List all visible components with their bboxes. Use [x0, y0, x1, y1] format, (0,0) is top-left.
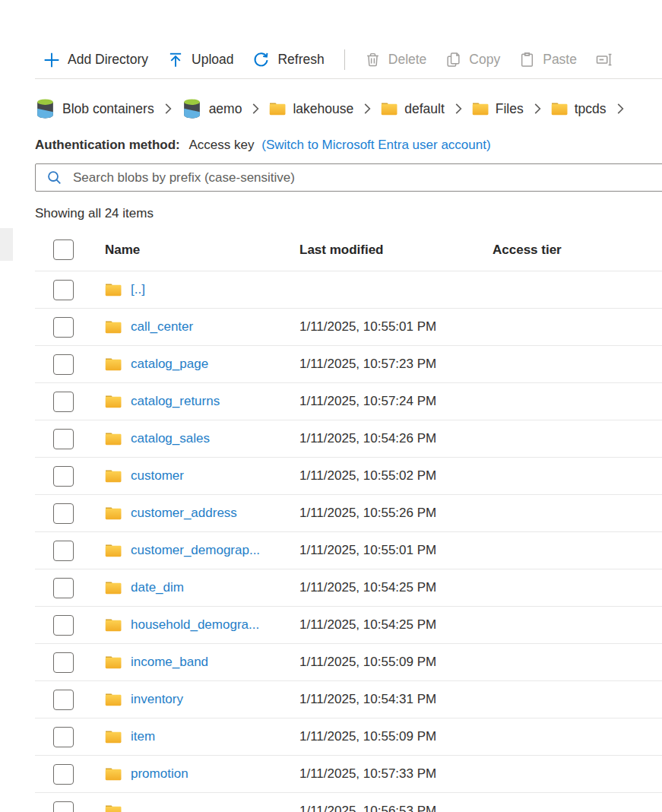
folder-icon: [105, 395, 122, 408]
blob-name-link[interactable]: customer_demograp...: [131, 543, 260, 558]
folder-icon: [105, 283, 122, 297]
chevron-right-icon: [531, 103, 543, 115]
breadcrumb-item-files[interactable]: Files: [472, 101, 524, 117]
folder-icon: [105, 357, 122, 371]
toolbar-divider: [344, 49, 345, 70]
collapsed-panel-handle[interactable]: [0, 228, 13, 261]
last-modified-value: 1/11/2025, 10:57:33 PM: [299, 766, 493, 782]
breadcrumb-label: tpcds: [575, 101, 607, 117]
table-row: call_center1/11/2025, 10:55:01 PM: [35, 309, 662, 346]
last-modified-value: 1/11/2025, 10:54:31 PM: [299, 692, 493, 707]
last-modified-value: 1/11/2025, 10:57:24 PM: [299, 394, 493, 409]
last-modified-value: 1/11/2025, 10:55:01 PM: [299, 319, 493, 335]
table-row: promotion1/11/2025, 10:57:33 PM: [35, 756, 662, 793]
last-modified-value: 1/11/2025, 10:54:26 PM: [299, 431, 493, 446]
copy-button[interactable]: Copy: [445, 52, 500, 68]
table-row: customer_address1/11/2025, 10:55:26 PM: [35, 495, 662, 532]
breadcrumb: Blob containersaemolakehousedefaultFiles…: [35, 97, 662, 121]
breadcrumb-item-blob-containers[interactable]: Blob containers: [35, 98, 154, 119]
row-checkbox[interactable]: [53, 690, 74, 710]
auth-method-label: Authentication method:: [35, 138, 180, 152]
blob-name-link[interactable]: household_demogra...: [131, 617, 259, 633]
breadcrumb-item-lakehouse[interactable]: lakehouse: [269, 101, 353, 117]
folder-icon: [472, 102, 489, 116]
refresh-button[interactable]: Refresh: [252, 51, 324, 68]
row-checkbox[interactable]: [53, 764, 74, 785]
table-row: [..]: [35, 271, 662, 309]
add-directory-label: Add Directory: [68, 52, 148, 68]
last-modified-value: 1/11/2025, 10:54:25 PM: [299, 580, 493, 595]
blob-name-link[interactable]: call_center: [131, 319, 193, 335]
table-row: catalog_page1/11/2025, 10:57:23 PM: [35, 346, 662, 383]
auth-method-value: Access key: [189, 138, 255, 152]
row-checkbox[interactable]: [53, 429, 74, 449]
blob-name-link[interactable]: catalog_sales: [131, 431, 210, 446]
column-header-access-tier: Access tier: [493, 243, 662, 258]
upload-button[interactable]: Upload: [167, 52, 233, 68]
column-header-name: Name: [105, 243, 299, 258]
breadcrumb-label: default: [404, 101, 445, 117]
row-checkbox[interactable]: [53, 466, 74, 487]
breadcrumb-item-aemo[interactable]: aemo: [182, 98, 242, 119]
chevron-right-icon: [614, 103, 626, 115]
row-checkbox[interactable]: [53, 392, 74, 412]
rename-button[interactable]: [596, 52, 613, 68]
row-checkbox[interactable]: [53, 541, 74, 561]
delete-label: Delete: [388, 52, 427, 68]
search-box: [35, 163, 662, 192]
table-row: catalog_sales1/11/2025, 10:54:26 PM: [35, 420, 662, 458]
last-modified-value: 1/11/2025, 10:55:02 PM: [299, 468, 493, 484]
breadcrumb-item-tpcds[interactable]: tpcds: [551, 101, 607, 117]
row-checkbox[interactable]: [53, 615, 74, 636]
table-row: household_demogra...1/11/2025, 10:54:25 …: [35, 607, 662, 644]
last-modified-value: 1/11/2025, 10:55:01 PM: [299, 543, 493, 558]
table-row: date_dim1/11/2025, 10:54:25 PM: [35, 569, 662, 607]
row-checkbox[interactable]: [53, 801, 74, 812]
table-header-row: Name Last modified Access tier: [35, 229, 662, 271]
delete-button[interactable]: Delete: [365, 52, 427, 68]
blob-name-link[interactable]: customer_address: [131, 506, 237, 521]
blob-name-link[interactable]: promotion: [131, 766, 188, 782]
item-count-status: Showing all 24 items: [35, 206, 662, 221]
blob-name-link[interactable]: item: [131, 729, 155, 744]
row-checkbox[interactable]: [53, 317, 74, 338]
blob-name-link[interactable]: customer: [131, 468, 184, 484]
blob-name-link[interactable]: catalog_page: [131, 357, 208, 372]
blob-name-link[interactable]: inventory: [131, 692, 183, 707]
breadcrumb-item-default[interactable]: default: [381, 101, 445, 117]
table-row: customer1/11/2025, 10:55:02 PM: [35, 458, 662, 495]
switch-auth-link[interactable]: (Switch to Microsoft Entra user account): [261, 138, 490, 152]
row-checkbox[interactable]: [53, 652, 74, 673]
folder-icon: [105, 320, 122, 334]
chevron-right-icon: [162, 103, 174, 115]
row-checkbox[interactable]: [53, 280, 74, 300]
chevron-right-icon: [361, 103, 373, 115]
toolbar: Add DirectoryUploadRefreshDeleteCopyPast…: [35, 46, 662, 79]
row-checkbox[interactable]: [53, 727, 74, 747]
blob-name-link[interactable]: [..]: [131, 282, 145, 297]
breadcrumb-label: Blob containers: [62, 101, 154, 117]
breadcrumb-label: Files: [496, 101, 524, 117]
column-header-last-modified: Last modified: [299, 243, 493, 258]
last-modified-value: 1/11/2025, 10:54:25 PM: [299, 617, 493, 633]
last-modified-value: 1/11/2025, 10:55:09 PM: [299, 729, 493, 744]
upload-label: Upload: [192, 52, 233, 68]
add-directory-button[interactable]: Add Directory: [43, 52, 148, 68]
folder-icon: [269, 102, 286, 116]
row-checkbox[interactable]: [53, 503, 74, 524]
row-checkbox[interactable]: [53, 578, 74, 598]
paste-button[interactable]: Paste: [519, 52, 577, 68]
folder-icon: [105, 767, 122, 781]
refresh-icon: [252, 51, 270, 68]
row-checkbox[interactable]: [53, 354, 74, 375]
trash-icon: [365, 52, 381, 68]
last-modified-value: 1/11/2025, 10:57:23 PM: [299, 357, 493, 372]
select-all-checkbox[interactable]: [53, 239, 74, 260]
copy-icon: [445, 52, 461, 68]
search-input[interactable]: [73, 170, 662, 186]
blob-name-link[interactable]: date_dim: [131, 580, 184, 595]
folder-icon: [105, 618, 122, 632]
chevron-right-icon: [452, 103, 464, 115]
blob-name-link[interactable]: catalog_returns: [131, 394, 220, 409]
blob-name-link[interactable]: income_band: [131, 655, 208, 670]
